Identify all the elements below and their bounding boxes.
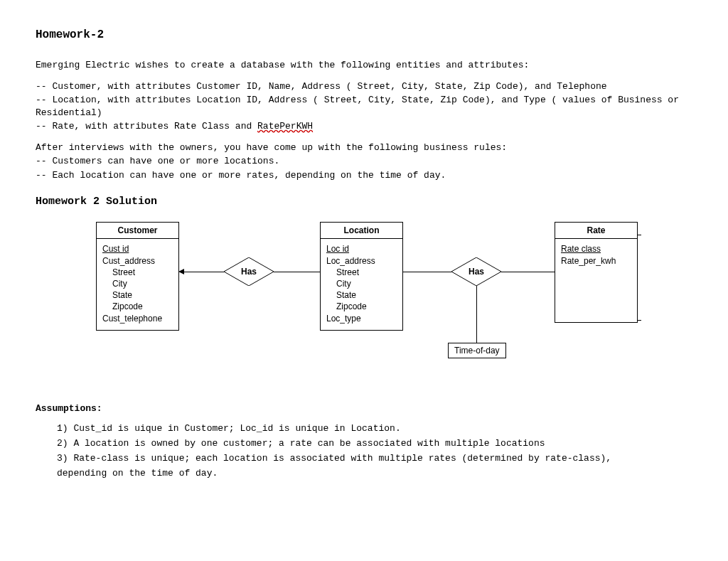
tick-mark	[637, 320, 641, 321]
connector	[183, 272, 224, 272]
entity-rate: Rate Rate class Rate_per_kwh	[555, 222, 638, 323]
entity-title: Location	[321, 223, 402, 239]
assumptions-list: 1) Cust_id is uique in Customer; Loc_id …	[57, 422, 692, 480]
arrow-icon	[178, 269, 184, 274]
attr: City	[112, 278, 173, 289]
intro-line: After interviews with the owners, you ha…	[36, 141, 692, 154]
attr: Street	[336, 267, 397, 278]
entity-title: Rate	[555, 223, 637, 239]
connector	[274, 272, 320, 272]
intro-line: -- Rate, with attributes Rate Class and …	[36, 120, 692, 133]
relationship-has-1: Has	[224, 257, 274, 286]
attr-pk: Loc id	[326, 243, 397, 255]
page-title: Homework-2	[36, 28, 692, 41]
intro-line: -- Customers can have one or more locati…	[36, 155, 692, 168]
intro-line: -- Each location can have one or more ra…	[36, 169, 692, 182]
solution-title: Homework 2 Solution	[36, 196, 692, 208]
attr: Cust_telephone	[102, 313, 173, 324]
problem-statement: Emerging Electric wishes to create a dat…	[36, 59, 692, 181]
assumption-item: 3) Rate-class is unique; each location i…	[57, 452, 692, 466]
attr: Cust_address	[102, 255, 173, 267]
attr: City	[336, 278, 397, 289]
attr-pk: Cust id	[102, 243, 173, 255]
connector	[501, 272, 555, 272]
relationship-has-2: Has	[451, 257, 501, 286]
assumption-item: 2) A location is owned by one customer; …	[57, 437, 692, 451]
attr: Loc_type	[326, 313, 397, 324]
attr: State	[336, 289, 397, 301]
intro-line: Emerging Electric wishes to create a dat…	[36, 59, 692, 72]
attr: Rate_per_kwh	[561, 255, 631, 267]
attr: Street	[112, 267, 173, 278]
spellcheck-word: RatePerKWH	[257, 121, 313, 132]
er-diagram: Customer Cust id Cust_address Street Cit…	[64, 222, 704, 385]
attr: Zipcode	[112, 301, 173, 312]
attr: State	[112, 289, 173, 301]
entity-location: Location Loc id Loc_address Street City …	[320, 222, 403, 330]
connector	[402, 272, 451, 272]
connector	[476, 286, 477, 343]
attr: Loc_address	[326, 255, 397, 267]
intro-line: -- Customer, with attributes Customer ID…	[36, 80, 692, 93]
assumption-item: 1) Cust_id is uique in Customer; Loc_id …	[57, 422, 692, 436]
entity-title: Customer	[97, 223, 178, 239]
entity-customer: Customer Cust id Cust_address Street Cit…	[96, 222, 179, 330]
intro-line: -- Location, with attributes Location ID…	[36, 94, 692, 119]
attr: Zipcode	[336, 301, 397, 312]
tick-mark	[637, 235, 641, 235]
assumption-item-cont: depending on the time of day.	[57, 467, 692, 481]
attr-pk: Rate class	[561, 243, 631, 255]
assumptions-title: Assumptions:	[36, 403, 692, 414]
relationship-attribute: Time-of-day	[448, 343, 506, 358]
